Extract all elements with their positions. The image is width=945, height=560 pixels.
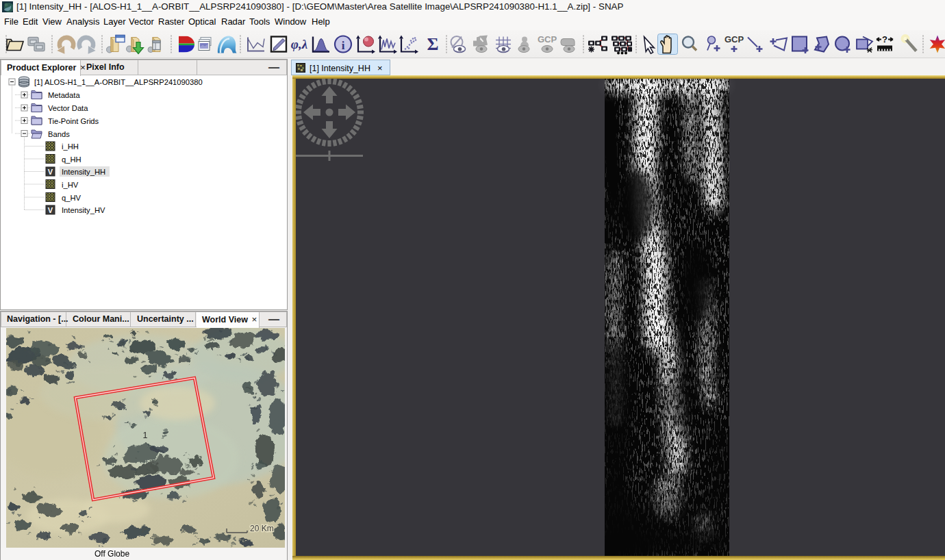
svg-text:Σ: Σ	[427, 34, 439, 54]
svg-text:i_HV: i_HV	[62, 181, 79, 189]
svg-text:GCP: GCP	[538, 34, 557, 44]
svg-text:q_HH: q_HH	[62, 155, 81, 164]
svg-text:Tie-Point Grids: Tie-Point Grids	[48, 117, 99, 125]
svg-text:q_HV: q_HV	[62, 194, 81, 202]
svg-text:Intensity_HH: Intensity_HH	[62, 168, 105, 176]
svg-text:i_HH: i_HH	[62, 142, 79, 151]
svg-text:φ,λ: φ,λ	[291, 37, 307, 51]
svg-text:Bands: Bands	[48, 130, 70, 138]
svg-text:1: 1	[143, 431, 148, 440]
svg-text:20 Km: 20 Km	[250, 524, 274, 533]
svg-text:V: V	[48, 168, 53, 176]
svg-text:Vector Data: Vector Data	[48, 104, 88, 112]
svg-text:Intensity_HV: Intensity_HV	[62, 206, 105, 214]
svg-text:Metadata: Metadata	[48, 91, 80, 99]
svg-text:?: ?	[882, 34, 887, 44]
svg-text:i: i	[342, 39, 345, 52]
svg-text:GCP: GCP	[724, 34, 744, 44]
svg-text:[1] ALOS-H1_1__A-ORBIT__ALPSRP: [1] ALOS-H1_1__A-ORBIT__ALPSRP241090380	[34, 78, 203, 86]
svg-text:V: V	[48, 206, 53, 214]
